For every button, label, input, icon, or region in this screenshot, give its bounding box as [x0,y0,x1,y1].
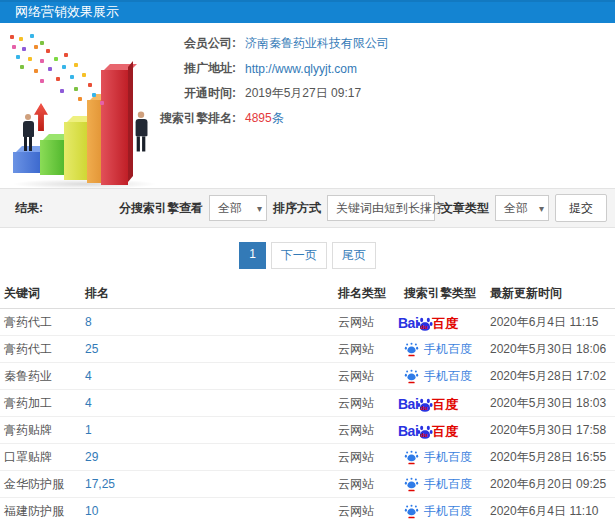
baidu-logo-cn-text: 百度 [432,317,458,330]
table-row: 膏药加工 4 云网站 Bai du 百度 2020年5月30日 18:03 [0,390,615,417]
table-row: 金华防护服 17,25 云网站 手机百度 2020年6月20日 09:25 [0,471,615,498]
page-title: 网络营销效果展示 [0,0,615,23]
engine-filter-select[interactable]: 全部 [209,195,267,221]
info-row-opened: 开通时间: 2019年5月27日 09:17 [148,81,608,106]
rank-type-cell: 云网站 [338,314,404,331]
rank-type-cell: 云网站 [338,368,404,385]
col-header-rank: 排名 [85,285,338,302]
baidu-paw-icon: du [417,424,433,440]
svg-text:du: du [420,405,428,411]
page-1-button[interactable]: 1 [239,242,266,269]
baidu-mobile-label: 手机百度 [424,341,472,358]
opened-value: 2019年5月27日 09:17 [245,85,361,102]
rank-type-cell: 云网站 [338,395,404,412]
info-rows: 会员公司: 济南秦鲁药业科技有限公司 推广地址: http://www.qlyy… [148,31,608,131]
page: 网络营销效果展示 会员公司: 济南秦鲁药业科技有限公司 [0,0,615,520]
baidu-mobile-paw-icon [404,369,419,384]
bar-chart-clipart [4,33,170,185]
clipart-bar-blue [13,152,42,173]
engine-cell: 手机百度 [404,368,490,385]
info-row-rank: 搜索引擎排名: 4895条 [148,106,608,131]
titlebar: 网络营销效果展示 [0,0,615,23]
rank-link[interactable]: 1 [85,423,338,437]
baidu-pc-logo: Bai du 百度 [398,395,458,411]
rank-link[interactable]: 8 [85,315,338,329]
results-label: 结果: [15,200,43,217]
rank-label: 搜索引擎排名: [148,110,236,127]
up-arrow-icon [34,103,48,131]
keyword-cell: 口罩贴牌 [4,449,85,466]
col-header-rank-type: 排名类型 [338,285,404,302]
info-section: 会员公司: 济南秦鲁药业科技有限公司 推广地址: http://www.qlyy… [0,23,615,188]
baidu-mobile-paw-icon [404,450,419,465]
rank-type-cell: 云网站 [338,341,404,358]
url-label: 推广地址: [148,60,236,77]
engine-filter-label: 分搜索引擎查看 [119,200,203,217]
baidu-mobile-paw-icon [404,477,419,492]
keyword-cell: 金华防护服 [4,476,85,493]
sort-value: 关键词由短到长排序 [336,200,444,217]
updated-cell: 2020年6月4日 11:15 [490,314,615,331]
rank-link[interactable]: 25 [85,342,338,356]
results-table: 关键词 排名 排名类型 搜索引擎类型 最新更新时间 膏药代工 8 云网站 Bai… [0,278,615,520]
rank-type-cell: 云网站 [338,476,404,493]
keyword-cell: 膏药代工 [4,314,85,331]
engine-cell: Bai du 百度 [404,395,490,411]
svg-text:du: du [420,432,428,438]
submit-button[interactable]: 提交 [555,194,607,222]
article-type-select[interactable]: 全部 [495,195,549,221]
sort-select[interactable]: 关键词由短到长排序 [327,195,435,221]
shadow-ellipse [12,179,157,189]
rank-link[interactable]: 29 [85,450,338,464]
businessman-left [20,114,36,151]
confetti-dots [10,35,14,39]
keyword-cell: 膏药贴牌 [4,422,85,439]
engine-cell: Bai du 百度 [404,314,490,330]
rank-type-cell: 云网站 [338,449,404,466]
promotion-url-link[interactable]: http://www.qlyyjt.com [245,62,357,76]
keyword-cell: 秦鲁药业 [4,368,85,385]
rank-link[interactable]: 17,25 [85,477,338,491]
baidu-mobile-badge: 手机百度 [404,476,472,493]
engine-cell: 手机百度 [404,341,490,358]
table-body: 膏药代工 8 云网站 Bai du 百度 2020年6月4日 11:15 膏药代… [0,309,615,520]
rank-link[interactable]: 10 [85,504,338,518]
rank-count[interactable]: 4895条 [245,110,284,127]
rank-type-cell: 云网站 [338,503,404,520]
clipart-bar-green [40,140,67,175]
col-header-updated: 最新更新时间 [490,285,615,302]
baidu-mobile-paw-icon [404,342,419,357]
clipart-bar-red [101,70,128,185]
baidu-logo-bai-text: Bai [398,316,418,330]
engine-cell: 手机百度 [404,449,490,466]
baidu-mobile-label: 手机百度 [424,368,472,385]
rank-link[interactable]: 4 [85,369,338,383]
baidu-mobile-badge: 手机百度 [404,341,472,358]
company-link[interactable]: 济南秦鲁药业科技有限公司 [245,35,389,52]
article-type-label: 文章类型 [441,200,489,217]
rank-link[interactable]: 4 [85,396,338,410]
baidu-logo-cn-text: 百度 [432,398,458,411]
table-row: 福建防护服 10 云网站 手机百度 2020年6月4日 11:10 [0,498,615,520]
baidu-mobile-badge: 手机百度 [404,368,472,385]
info-row-company: 会员公司: 济南秦鲁药业科技有限公司 [148,31,608,56]
baidu-mobile-badge: 手机百度 [404,503,472,520]
info-row-url: 推广地址: http://www.qlyyjt.com [148,56,608,81]
updated-cell: 2020年5月28日 16:55 [490,449,615,466]
baidu-pc-logo: Bai du 百度 [398,314,458,330]
engine-cell: 手机百度 [404,503,490,520]
baidu-pc-logo: Bai du 百度 [398,422,458,438]
baidu-mobile-label: 手机百度 [424,449,472,466]
baidu-mobile-label: 手机百度 [424,476,472,493]
col-header-keyword: 关键词 [4,285,85,302]
sort-label: 排序方式 [273,200,321,217]
baidu-paw-icon: du [417,397,433,413]
table-header-row: 关键词 排名 排名类型 搜索引擎类型 最新更新时间 [0,278,615,309]
engine-cell: 手机百度 [404,476,490,493]
next-page-button[interactable]: 下一页 [271,242,327,269]
pagination: 1 下一页 尾页 [0,228,615,278]
article-type-value: 全部 [504,200,528,217]
last-page-button[interactable]: 尾页 [332,242,376,269]
baidu-mobile-label: 手机百度 [424,503,472,520]
keyword-cell: 膏药代工 [4,341,85,358]
